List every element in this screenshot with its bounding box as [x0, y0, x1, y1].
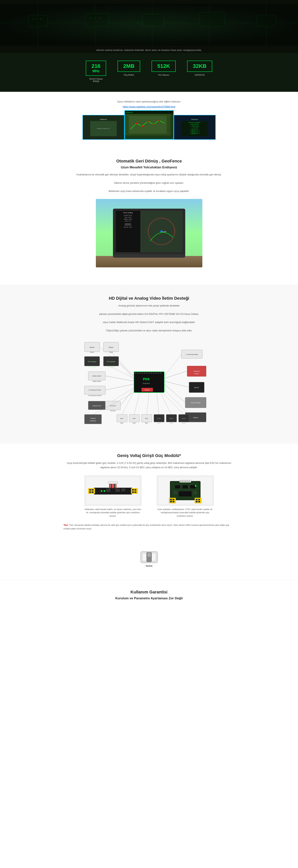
svg-rect-143 [108, 482, 118, 484]
switch-illustration: Switch [135, 548, 163, 572]
svg-point-15 [33, 19, 34, 20]
svg-point-27 [158, 120, 160, 121]
waypoint-link[interactable]: https://www.radiolink.com/newsinfo/47598… [123, 105, 175, 108]
svg-text:Optical Flow: Optical Flow [93, 410, 101, 411]
spec-value-ram: 512K [157, 63, 170, 69]
svg-text:I/O Expansion Board: I/O Expansion Board [89, 389, 101, 391]
svg-rect-130 [92, 489, 94, 491]
hd-body1: Analog görüntü aktarımının tek-çıkışlı ş… [63, 304, 235, 308]
svg-line-72 [121, 389, 134, 405]
svg-line-84 [164, 354, 181, 376]
svg-point-144 [101, 490, 102, 492]
spec-box-frame: 32KB [187, 61, 212, 72]
svg-point-175 [195, 485, 197, 487]
svg-text:ESC: ESC [145, 418, 148, 420]
hd-section: HD Dijital ve Analog Video İletim Desteğ… [0, 284, 298, 444]
svg-line-63 [106, 376, 134, 381]
component-diagram: PIX6 Radiolink RESET Rover [75, 338, 223, 427]
svg-text:Motor: Motor [157, 422, 161, 424]
svg-rect-11 [86, 13, 109, 27]
geofence-title: Otomatik Geri Dönüş , GeoFence [38, 159, 260, 164]
circuit-bg [0, 4, 298, 45]
svg-rect-147 [116, 489, 120, 492]
svg-text:Motor: Motor [182, 422, 186, 424]
spec-item-freq: 216 MHz Temel FrekansBelleği [86, 61, 106, 82]
spec-item-frame: 32KB ÇERÇEVE [187, 61, 212, 82]
hero-top-text: otonom arama kurtarma, malzeme teslimatı… [0, 47, 298, 53]
svg-point-20 [99, 18, 100, 19]
spec-value-flash: 2MB [123, 63, 135, 69]
power-img-right-desc: Uçan arabalar, multikopterler, VTOL sabi… [157, 508, 214, 518]
svg-text:Rover: Rover [90, 346, 94, 348]
power-img-left-desc: Helikopter, sabit kanatlı traktör, çin b… [84, 508, 142, 518]
svg-rect-42 [151, 373, 152, 374]
power-img-right: Uçan arabalar, multikopterler, VTOL sabi… [157, 475, 214, 518]
svg-rect-134 [132, 489, 134, 491]
spec-value-freq: 216 [91, 63, 100, 69]
svg-rect-44 [155, 373, 157, 374]
svg-rect-154 [173, 499, 174, 500]
hd-body3: veya Caddx Walksnail Avatar HD Sistemi D… [63, 320, 235, 324]
power-note: *Not: *Not: Varsayılan fabrika ambalajı … [63, 523, 235, 530]
svg-line-107 [160, 393, 171, 414]
svg-point-18 [90, 18, 91, 19]
svg-rect-172 [179, 491, 192, 497]
svg-text:Motor: Motor [170, 422, 173, 424]
svg-text:Rover: Rover [90, 351, 94, 353]
svg-text:RTK Module: RTK Module [88, 361, 96, 363]
svg-rect-45 [158, 373, 159, 374]
svg-text:Buzzer: Buzzer [194, 387, 199, 389]
guarantee-subtitle: Kurulum ve Parametre Ayarlaması Zor Deği… [19, 596, 279, 600]
svg-line-78 [134, 393, 140, 414]
svg-text:Safety Switch: Safety Switch [92, 375, 101, 377]
svg-rect-46 [160, 373, 161, 374]
svg-point-145 [103, 490, 105, 492]
geofence-section: Otomatik Geri Dönüş , GeoFence Uzun Mesa… [0, 147, 298, 284]
spec-box-flash: 2MB [118, 61, 140, 72]
svg-rect-43 [153, 373, 155, 374]
svg-text:Obstacle Avoidance: Obstacle Avoidance [87, 424, 99, 426]
svg-rect-137 [135, 491, 136, 493]
hd-title: HD Dijital ve Analog Video İletim Desteğ… [19, 296, 279, 301]
svg-point-25 [147, 121, 149, 122]
guarantee-section: Kullanım Garantisi Kurulum ve Parametre … [0, 580, 298, 613]
power-section: Geniş Voltaj Girişli Güç Modülü* Uçuş ko… [0, 444, 298, 540]
svg-point-19 [94, 18, 96, 19]
svg-text:Power Module: Power Module [191, 402, 201, 404]
svg-rect-161 [198, 501, 200, 502]
svg-text:Motor: Motor [157, 418, 161, 420]
svg-text:Motor: Motor [169, 418, 173, 420]
svg-rect-159 [198, 499, 200, 500]
svg-rect-148 [121, 489, 125, 491]
svg-rect-158 [196, 499, 198, 500]
guarantee-title: Kullanım Garantisi [19, 590, 279, 595]
svg-text:Sensor: Sensor [194, 373, 199, 374]
svg-text:Safety Switch: Safety Switch [92, 380, 101, 382]
svg-point-174 [193, 491, 197, 494]
svg-point-24 [141, 125, 143, 127]
svg-rect-129 [89, 489, 91, 491]
svg-line-60 [119, 361, 134, 379]
svg-text:Radiolink: Radiolink [143, 382, 150, 384]
svg-rect-39 [144, 373, 146, 374]
geofence-subtitle: Uzun Mesafeli Yolculuktan Endişesiz [38, 165, 260, 169]
svg-text:RTK Module: RTK Module [107, 366, 115, 368]
specs-section: 216 MHz Temel FrekansBelleği 2MB Flaş Be… [0, 53, 298, 92]
svg-rect-169 [175, 485, 180, 489]
svg-line-75 [122, 392, 134, 414]
svg-text:RESET: RESET [145, 389, 150, 391]
svg-rect-35 [135, 373, 136, 374]
power-img-right-placeholder [157, 475, 214, 506]
screenshot-right: RadioLink Mission Planner Log Output > C… [174, 115, 216, 140]
svg-text:ESC: ESC [145, 422, 148, 424]
svg-text:ESC: ESC [120, 422, 123, 424]
svg-rect-157 [195, 498, 201, 503]
svg-rect-167 [187, 480, 188, 482]
svg-text:1x Telemetry Radio: 1x Telemetry Radio [186, 353, 198, 355]
svg-rect-98 [84, 414, 101, 424]
note-label: *Not: [63, 524, 68, 526]
geofence-body2: Ülkenin drone yönetimi yönetmeliğine gör… [63, 181, 235, 185]
svg-text:ESC: ESC [132, 418, 136, 420]
svg-rect-136 [132, 491, 134, 493]
svg-rect-128 [88, 488, 95, 494]
